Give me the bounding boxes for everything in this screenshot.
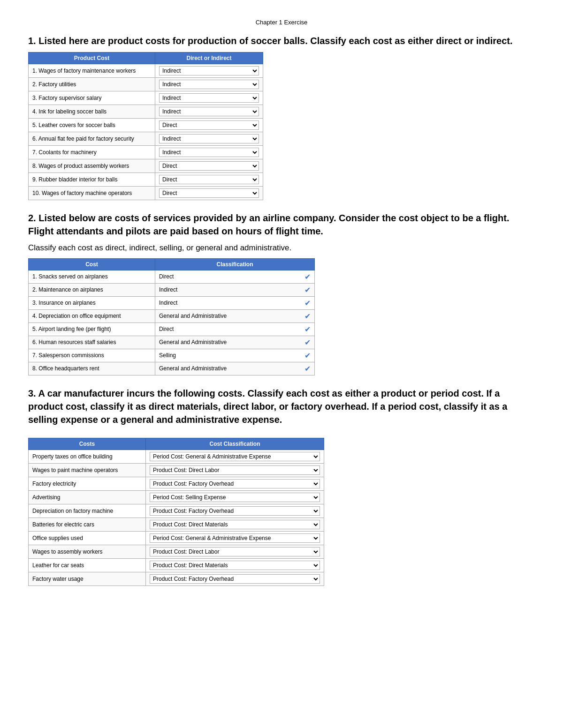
q3-classification-select[interactable]: Period Cost: General & Administrative Ex… — [150, 506, 320, 516]
q2-cost-cell: 6. Human resources staff salaries — [29, 336, 155, 349]
q1-classification-cell[interactable]: DirectIndirect — [155, 64, 263, 78]
q1-classification-select[interactable]: DirectIndirect — [159, 161, 259, 171]
q3-classification-cell[interactable]: Period Cost: General & Administrative Ex… — [146, 518, 324, 531]
table-row: 5. Airport landing fee (per flight)Direc… — [29, 323, 315, 336]
q1-col-cost-header: Product Cost — [29, 53, 155, 64]
q3-classification-cell[interactable]: Period Cost: General & Administrative Ex… — [146, 572, 324, 585]
q1-classification-select[interactable]: DirectIndirect — [159, 80, 259, 89]
check-icon: ✔ — [304, 364, 311, 373]
q1-classification-select[interactable]: DirectIndirect — [159, 188, 259, 198]
table-row: 9. Rubber bladder interior for ballsDire… — [29, 173, 263, 187]
q2-classification-cell: Indirect✔ — [155, 296, 315, 309]
q3-classification-select[interactable]: Period Cost: General & Administrative Ex… — [150, 465, 320, 475]
check-icon: ✔ — [304, 272, 311, 281]
q3-col-cost-header: Costs — [29, 438, 146, 450]
table-row: Wages to assembly workersPeriod Cost: Ge… — [29, 545, 324, 558]
q1-cost-cell: 9. Rubber bladder interior for balls — [29, 173, 155, 187]
q1-classification-cell[interactable]: DirectIndirect — [155, 119, 263, 132]
table-row: Depreciation on factory machinePeriod Co… — [29, 504, 324, 518]
q2-classification-text: General and Administrative — [159, 313, 301, 319]
q2-classification-cell: General and Administrative✔ — [155, 362, 315, 375]
check-icon: ✔ — [304, 312, 311, 321]
table-row: 3. Factory supervisor salaryDirectIndire… — [29, 91, 263, 105]
q3-classification-select[interactable]: Period Cost: General & Administrative Ex… — [150, 533, 320, 543]
q3-classification-cell[interactable]: Period Cost: General & Administrative Ex… — [146, 558, 324, 572]
q3-classification-cell[interactable]: Period Cost: General & Administrative Ex… — [146, 463, 324, 477]
q3-classification-select[interactable]: Period Cost: General & Administrative Ex… — [150, 520, 320, 529]
q2-classification-text: General and Administrative — [159, 339, 301, 345]
q1-classification-cell[interactable]: DirectIndirect — [155, 105, 263, 119]
q1-cost-cell: 4. Ink for labeling soccer balls — [29, 105, 155, 119]
q3-classification-cell[interactable]: Period Cost: General & Administrative Ex… — [146, 490, 324, 504]
q3-classification-select[interactable]: Period Cost: General & Administrative Ex… — [150, 452, 320, 461]
q1-classification-select[interactable]: DirectIndirect — [159, 148, 259, 157]
question-2-sub: Classify each cost as direct, indirect, … — [28, 242, 535, 254]
question-1-table: Product Cost Direct or Indirect 1. Wages… — [28, 52, 263, 200]
q1-classification-cell[interactable]: DirectIndirect — [155, 146, 263, 159]
q3-classification-select[interactable]: Period Cost: General & Administrative Ex… — [150, 574, 320, 584]
q3-cost-cell: Wages to assembly workers — [29, 545, 146, 558]
table-row: Factory electricityPeriod Cost: General … — [29, 477, 324, 490]
q2-classification-cell: Selling✔ — [155, 349, 315, 362]
check-icon: ✔ — [304, 351, 311, 360]
q3-cost-cell: Factory water usage — [29, 572, 146, 585]
q1-cost-cell: 6. Annual flat fee paid for factory secu… — [29, 132, 155, 146]
q2-cost-cell: 4. Depreciation on office equipment — [29, 309, 155, 323]
table-row: 2. Maintenance on airplanesIndirect✔ — [29, 283, 315, 296]
table-row: Property taxes on office buildingPeriod … — [29, 450, 324, 463]
q1-classification-select[interactable]: DirectIndirect — [159, 120, 259, 130]
question-2-table: Cost Classification 1. Snacks served on … — [28, 258, 315, 375]
q2-classification-text: Direct — [159, 273, 301, 280]
table-row: 7. Salesperson commissionsSelling✔ — [29, 349, 315, 362]
q2-classification-text: Indirect — [159, 286, 301, 293]
q1-classification-select[interactable]: DirectIndirect — [159, 93, 259, 103]
q1-cost-cell: 3. Factory supervisor salary — [29, 91, 155, 105]
q3-cost-cell: Wages to paint machine operators — [29, 463, 146, 477]
question-1-block: 1. Listed here are product costs for pro… — [28, 34, 535, 200]
q1-cost-cell: 7. Coolants for machinery — [29, 146, 155, 159]
check-icon: ✔ — [304, 299, 311, 308]
q2-col-cost-header: Cost — [29, 258, 155, 270]
q3-classification-cell[interactable]: Period Cost: General & Administrative Ex… — [146, 545, 324, 558]
q1-classification-select[interactable]: DirectIndirect — [159, 107, 259, 116]
table-row: Wages to paint machine operatorsPeriod C… — [29, 463, 324, 477]
q3-classification-select[interactable]: Period Cost: General & Administrative Ex… — [150, 493, 320, 502]
q1-classification-cell[interactable]: DirectIndirect — [155, 187, 263, 200]
check-icon: ✔ — [304, 338, 311, 347]
q3-classification-select[interactable]: Period Cost: General & Administrative Ex… — [150, 547, 320, 556]
q1-cost-cell: 10. Wages of factory machine operators — [29, 187, 155, 200]
table-row: 3. Insurance on airplanesIndirect✔ — [29, 296, 315, 309]
q2-cost-cell: 8. Office headquarters rent — [29, 362, 155, 375]
q1-classification-select[interactable]: DirectIndirect — [159, 175, 259, 184]
q1-classification-select[interactable]: DirectIndirect — [159, 66, 259, 75]
q2-classification-cell: Indirect✔ — [155, 283, 315, 296]
table-row: 6. Annual flat fee paid for factory secu… — [29, 132, 263, 146]
q3-classification-cell[interactable]: Period Cost: General & Administrative Ex… — [146, 531, 324, 545]
q3-classification-cell[interactable]: Period Cost: General & Administrative Ex… — [146, 477, 324, 490]
q2-classification-text: General and Administrative — [159, 365, 301, 372]
table-row: Batteries for electric carsPeriod Cost: … — [29, 518, 324, 531]
q1-cost-cell: 1. Wages of factory maintenance workers — [29, 64, 155, 78]
q1-classification-cell[interactable]: DirectIndirect — [155, 91, 263, 105]
table-row: 7. Coolants for machineryDirectIndirect — [29, 146, 263, 159]
q3-cost-cell: Factory electricity — [29, 477, 146, 490]
q2-cost-cell: 1. Snacks served on airplanes — [29, 270, 155, 283]
table-row: 8. Wages of product assembly workersDire… — [29, 159, 263, 173]
table-row: 4. Depreciation on office equipmentGener… — [29, 309, 315, 323]
check-icon: ✔ — [304, 285, 311, 294]
q1-classification-cell[interactable]: DirectIndirect — [155, 173, 263, 187]
q1-classification-cell[interactable]: DirectIndirect — [155, 132, 263, 146]
q1-classification-select[interactable]: DirectIndirect — [159, 134, 259, 143]
table-row: 2. Factory utilitiesDirectIndirect — [29, 78, 263, 91]
page-title: Chapter 1 Exercise — [28, 19, 535, 26]
q1-classification-cell[interactable]: DirectIndirect — [155, 78, 263, 91]
question-3-heading: 3. A car manufacturer incurs the followi… — [28, 387, 535, 426]
q3-classification-select[interactable]: Period Cost: General & Administrative Ex… — [150, 561, 320, 570]
q3-classification-select[interactable]: Period Cost: General & Administrative Ex… — [150, 479, 320, 488]
q1-classification-cell[interactable]: DirectIndirect — [155, 159, 263, 173]
table-row: 5. Leather covers for soccer ballsDirect… — [29, 119, 263, 132]
q3-classification-cell[interactable]: Period Cost: General & Administrative Ex… — [146, 504, 324, 518]
table-row: 10. Wages of factory machine operatorsDi… — [29, 187, 263, 200]
q1-cost-cell: 5. Leather covers for soccer balls — [29, 119, 155, 132]
q3-classification-cell[interactable]: Period Cost: General & Administrative Ex… — [146, 450, 324, 463]
